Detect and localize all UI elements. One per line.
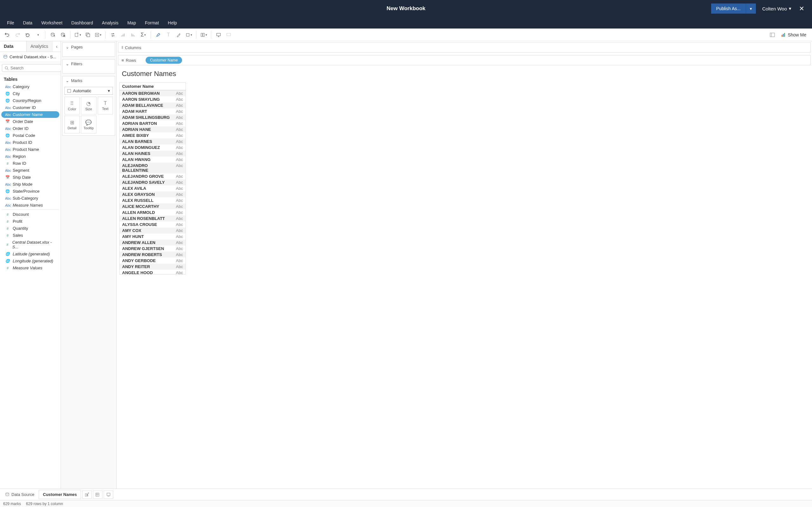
table-row[interactable]: ALAN HAINESAbc	[119, 151, 186, 157]
data-source-tab[interactable]: Data Source	[2, 490, 38, 499]
table-row[interactable]: ANDREW ROBERTSAbc	[119, 251, 186, 258]
table-row[interactable]: AMY HUNTAbc	[119, 233, 186, 239]
field-city[interactable]: 🌐City	[1, 90, 59, 97]
filters-shelf[interactable]: ⌄Filters	[62, 59, 115, 73]
swap-icon[interactable]	[108, 30, 118, 40]
highlight-icon[interactable]	[154, 30, 163, 40]
tab-analytics[interactable]: Analytics	[27, 41, 53, 52]
field-category[interactable]: AbcCategory	[1, 83, 59, 90]
table-row[interactable]: ANDREW ALLENAbc	[119, 239, 186, 245]
field-product-id[interactable]: AbcProduct ID	[1, 139, 59, 146]
new-story-tab-icon[interactable]	[104, 491, 113, 499]
new-dashboard-tab-icon[interactable]	[93, 491, 102, 499]
rows-pill-customer-name[interactable]: Customer Name	[146, 57, 182, 64]
fit-icon[interactable]	[184, 30, 194, 40]
table-row[interactable]: ALEJANDRO BALLENTINEAbc	[119, 163, 186, 173]
totals-icon[interactable]: Σ	[139, 30, 148, 40]
table-row[interactable]: AIMEE BIXBYAbc	[119, 132, 186, 138]
menu-data[interactable]: Data	[19, 18, 37, 28]
mark-color[interactable]: ⠿Color	[64, 97, 80, 114]
menu-dashboard[interactable]: Dashboard	[67, 18, 98, 28]
menu-file[interactable]: File	[3, 18, 19, 28]
table-row[interactable]: ANDREW GJERTSENAbc	[119, 245, 186, 251]
field-region[interactable]: AbcRegion	[1, 153, 59, 160]
field-postal-code[interactable]: 🌐Postal Code	[1, 132, 59, 139]
table-row[interactable]: ADAM HARTAbc	[119, 108, 186, 114]
present-icon[interactable]	[214, 30, 223, 40]
redo-icon[interactable]	[13, 30, 22, 40]
table-row[interactable]: ALAN DOMINGUEZAbc	[119, 145, 186, 151]
view-cards-icon[interactable]	[199, 30, 208, 40]
table-row[interactable]: ALEX AVILAAbc	[119, 185, 186, 191]
revert-menu[interactable]	[33, 30, 43, 40]
field-customer-id[interactable]: AbcCustomer ID	[1, 104, 59, 111]
tab-data[interactable]: Data	[0, 41, 27, 52]
revert-icon[interactable]	[23, 30, 32, 40]
share-view-icon[interactable]	[224, 30, 234, 40]
table-row[interactable]: ALEJANDRO SAVELYAbc	[119, 179, 186, 185]
rows-shelf[interactable]: ≡Rows Customer Name	[118, 55, 811, 65]
search-fields[interactable]	[2, 64, 67, 72]
menu-help[interactable]: Help	[163, 18, 182, 28]
table-row[interactable]: ALAN HWANGAbc	[119, 157, 186, 163]
menu-map[interactable]: Map	[123, 18, 140, 28]
field-sub-category[interactable]: AbcSub-Category	[1, 195, 59, 202]
field-row-id[interactable]: #Row ID	[1, 160, 59, 167]
close-icon[interactable]: ✕	[798, 3, 806, 14]
table-row[interactable]: ALEJANDRO GROVEAbc	[119, 173, 186, 179]
mark-size[interactable]: ◔Size	[81, 97, 96, 114]
undo-icon[interactable]	[3, 30, 12, 40]
table-row[interactable]: ANDY GERBODEAbc	[119, 258, 186, 264]
publish-dropdown[interactable]: ▾	[746, 3, 756, 14]
pause-data-icon[interactable]	[58, 30, 67, 40]
table-row[interactable]: ANGELE HOODAbc	[119, 270, 186, 274]
new-worksheet-icon[interactable]	[73, 30, 83, 40]
field-central-dataset-xlsx-s-[interactable]: #Central Dataset.xlsx - S...	[1, 239, 59, 250]
datasource-item[interactable]: Central Dataset.xlsx - S...	[0, 52, 61, 62]
table-row[interactable]: ALEX GRAYSONAbc	[119, 191, 186, 198]
field-customer-name[interactable]: AbcCustomer Name	[1, 111, 59, 118]
format-icon[interactable]	[174, 30, 183, 40]
publish-button[interactable]: Publish As...	[711, 3, 746, 14]
field-latitude-generated-[interactable]: 🌐Latitude (generated)	[1, 250, 59, 257]
sort-desc-icon[interactable]	[129, 30, 138, 40]
table-row[interactable]: ALLEN ROSENBLATTAbc	[119, 216, 186, 222]
table-row[interactable]: ALICE MCCARTHYAbc	[119, 204, 186, 210]
viz-column-header[interactable]: Customer Name	[119, 83, 186, 90]
table-row[interactable]: AMY COXAbc	[119, 228, 186, 233]
field-product-name[interactable]: AbcProduct Name	[1, 146, 59, 153]
field-order-id[interactable]: AbcOrder ID	[1, 125, 59, 132]
field-ship-date[interactable]: 📅Ship Date	[1, 174, 59, 181]
search-input[interactable]	[10, 66, 64, 70]
table-row[interactable]: ADAM SHILLINGSBURGAbc	[119, 114, 186, 120]
table-row[interactable]: ALLEN ARMOLDAbc	[119, 210, 186, 216]
mark-tooltip[interactable]: 💬Tooltip	[81, 116, 96, 133]
field-segment[interactable]: AbcSegment	[1, 167, 59, 174]
mark-text[interactable]: TText	[98, 97, 113, 114]
table-row[interactable]: AARON BERGMANAbc	[119, 90, 186, 96]
pages-shelf[interactable]: ⌄Pages	[62, 43, 115, 57]
table-row[interactable]: ADRIAN BARTONAbc	[119, 120, 186, 126]
menu-analysis[interactable]: Analysis	[97, 18, 123, 28]
data-guide-icon[interactable]	[768, 30, 777, 40]
new-worksheet-tab-icon[interactable]	[82, 491, 92, 499]
table-row[interactable]: ADAM BELLAVANCEAbc	[119, 102, 186, 108]
table-row[interactable]: ANDY REITERAbc	[119, 264, 186, 270]
clear-sheet-icon[interactable]	[93, 30, 103, 40]
field-longitude-generated-[interactable]: 🌐Longitude (generated)	[1, 258, 59, 264]
field-state-province[interactable]: 🌐State/Province	[1, 188, 59, 194]
field-ship-mode[interactable]: AbcShip Mode	[1, 181, 59, 187]
text-label-icon[interactable]: T	[164, 30, 173, 40]
table-row[interactable]: ALEX RUSSELLAbc	[119, 198, 186, 204]
user-menu[interactable]: Colten Woo▾	[762, 6, 792, 11]
columns-shelf[interactable]: ⦀Columns	[118, 43, 811, 53]
new-datasource-icon[interactable]	[48, 30, 57, 40]
field-quantity[interactable]: #Quantity	[1, 225, 59, 232]
sort-asc-icon[interactable]	[118, 30, 128, 40]
menu-format[interactable]: Format	[141, 18, 163, 28]
menu-worksheet[interactable]: Worksheet	[37, 18, 67, 28]
table-row[interactable]: ALAN BARNESAbc	[119, 138, 186, 145]
field-discount[interactable]: #Discount	[1, 211, 59, 218]
sheet-tab-active[interactable]: Customer Names	[39, 490, 81, 499]
sheet-title[interactable]: Customer Names	[117, 66, 812, 81]
